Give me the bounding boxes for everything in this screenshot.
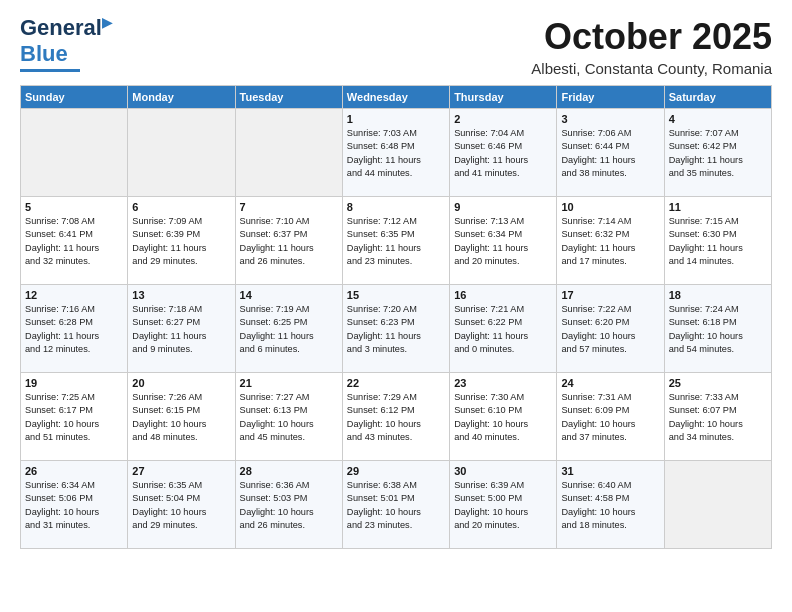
day-info: Sunrise: 7:31 AM Sunset: 6:09 PM Dayligh… xyxy=(561,391,659,444)
week-row-2: 5Sunrise: 7:08 AM Sunset: 6:41 PM Daylig… xyxy=(21,197,772,285)
calendar-cell: 10Sunrise: 7:14 AM Sunset: 6:32 PM Dayli… xyxy=(557,197,664,285)
week-row-1: 1Sunrise: 7:03 AM Sunset: 6:48 PM Daylig… xyxy=(21,109,772,197)
weekday-saturday: Saturday xyxy=(664,86,771,109)
day-info: Sunrise: 6:34 AM Sunset: 5:06 PM Dayligh… xyxy=(25,479,123,532)
day-info: Sunrise: 7:03 AM Sunset: 6:48 PM Dayligh… xyxy=(347,127,445,180)
day-info: Sunrise: 6:39 AM Sunset: 5:00 PM Dayligh… xyxy=(454,479,552,532)
day-info: Sunrise: 7:09 AM Sunset: 6:39 PM Dayligh… xyxy=(132,215,230,268)
calendar-cell: 12Sunrise: 7:16 AM Sunset: 6:28 PM Dayli… xyxy=(21,285,128,373)
calendar-cell: 27Sunrise: 6:35 AM Sunset: 5:04 PM Dayli… xyxy=(128,461,235,549)
calendar-cell: 15Sunrise: 7:20 AM Sunset: 6:23 PM Dayli… xyxy=(342,285,449,373)
weekday-friday: Friday xyxy=(557,86,664,109)
day-info: Sunrise: 7:14 AM Sunset: 6:32 PM Dayligh… xyxy=(561,215,659,268)
day-number: 14 xyxy=(240,289,338,301)
day-number: 16 xyxy=(454,289,552,301)
day-number: 4 xyxy=(669,113,767,125)
title-block: October 2025 Albesti, Constanta County, … xyxy=(531,16,772,77)
day-info: Sunrise: 7:19 AM Sunset: 6:25 PM Dayligh… xyxy=(240,303,338,356)
calendar-cell: 22Sunrise: 7:29 AM Sunset: 6:12 PM Dayli… xyxy=(342,373,449,461)
day-number: 11 xyxy=(669,201,767,213)
day-number: 28 xyxy=(240,465,338,477)
week-row-3: 12Sunrise: 7:16 AM Sunset: 6:28 PM Dayli… xyxy=(21,285,772,373)
day-number: 17 xyxy=(561,289,659,301)
day-info: Sunrise: 7:29 AM Sunset: 6:12 PM Dayligh… xyxy=(347,391,445,444)
day-number: 7 xyxy=(240,201,338,213)
day-number: 22 xyxy=(347,377,445,389)
day-number: 19 xyxy=(25,377,123,389)
day-info: Sunrise: 7:30 AM Sunset: 6:10 PM Dayligh… xyxy=(454,391,552,444)
logo: General▶ Blue xyxy=(20,16,112,72)
day-info: Sunrise: 7:27 AM Sunset: 6:13 PM Dayligh… xyxy=(240,391,338,444)
calendar-cell: 5Sunrise: 7:08 AM Sunset: 6:41 PM Daylig… xyxy=(21,197,128,285)
page-header: General▶ Blue October 2025 Albesti, Cons… xyxy=(20,16,772,77)
logo-underline xyxy=(20,69,80,72)
day-number: 29 xyxy=(347,465,445,477)
day-number: 25 xyxy=(669,377,767,389)
day-info: Sunrise: 7:08 AM Sunset: 6:41 PM Dayligh… xyxy=(25,215,123,268)
day-info: Sunrise: 7:18 AM Sunset: 6:27 PM Dayligh… xyxy=(132,303,230,356)
day-info: Sunrise: 7:22 AM Sunset: 6:20 PM Dayligh… xyxy=(561,303,659,356)
day-info: Sunrise: 7:13 AM Sunset: 6:34 PM Dayligh… xyxy=(454,215,552,268)
day-info: Sunrise: 6:38 AM Sunset: 5:01 PM Dayligh… xyxy=(347,479,445,532)
calendar-cell: 26Sunrise: 6:34 AM Sunset: 5:06 PM Dayli… xyxy=(21,461,128,549)
calendar-cell: 28Sunrise: 6:36 AM Sunset: 5:03 PM Dayli… xyxy=(235,461,342,549)
calendar-cell xyxy=(664,461,771,549)
day-number: 26 xyxy=(25,465,123,477)
weekday-wednesday: Wednesday xyxy=(342,86,449,109)
calendar-cell xyxy=(235,109,342,197)
calendar-cell: 2Sunrise: 7:04 AM Sunset: 6:46 PM Daylig… xyxy=(450,109,557,197)
day-info: Sunrise: 7:20 AM Sunset: 6:23 PM Dayligh… xyxy=(347,303,445,356)
calendar-cell: 17Sunrise: 7:22 AM Sunset: 6:20 PM Dayli… xyxy=(557,285,664,373)
day-number: 5 xyxy=(25,201,123,213)
day-info: Sunrise: 7:12 AM Sunset: 6:35 PM Dayligh… xyxy=(347,215,445,268)
weekday-sunday: Sunday xyxy=(21,86,128,109)
calendar-cell: 23Sunrise: 7:30 AM Sunset: 6:10 PM Dayli… xyxy=(450,373,557,461)
day-number: 8 xyxy=(347,201,445,213)
day-number: 18 xyxy=(669,289,767,301)
day-number: 27 xyxy=(132,465,230,477)
calendar-table: SundayMondayTuesdayWednesdayThursdayFrid… xyxy=(20,85,772,549)
calendar-cell: 9Sunrise: 7:13 AM Sunset: 6:34 PM Daylig… xyxy=(450,197,557,285)
day-number: 3 xyxy=(561,113,659,125)
day-info: Sunrise: 7:07 AM Sunset: 6:42 PM Dayligh… xyxy=(669,127,767,180)
day-info: Sunrise: 6:40 AM Sunset: 4:58 PM Dayligh… xyxy=(561,479,659,532)
day-number: 20 xyxy=(132,377,230,389)
day-info: Sunrise: 7:24 AM Sunset: 6:18 PM Dayligh… xyxy=(669,303,767,356)
calendar-cell: 24Sunrise: 7:31 AM Sunset: 6:09 PM Dayli… xyxy=(557,373,664,461)
day-info: Sunrise: 7:16 AM Sunset: 6:28 PM Dayligh… xyxy=(25,303,123,356)
day-number: 30 xyxy=(454,465,552,477)
weekday-tuesday: Tuesday xyxy=(235,86,342,109)
day-number: 6 xyxy=(132,201,230,213)
day-info: Sunrise: 7:06 AM Sunset: 6:44 PM Dayligh… xyxy=(561,127,659,180)
week-row-5: 26Sunrise: 6:34 AM Sunset: 5:06 PM Dayli… xyxy=(21,461,772,549)
calendar-cell: 3Sunrise: 7:06 AM Sunset: 6:44 PM Daylig… xyxy=(557,109,664,197)
weekday-thursday: Thursday xyxy=(450,86,557,109)
calendar-cell: 4Sunrise: 7:07 AM Sunset: 6:42 PM Daylig… xyxy=(664,109,771,197)
calendar-cell: 20Sunrise: 7:26 AM Sunset: 6:15 PM Dayli… xyxy=(128,373,235,461)
day-info: Sunrise: 7:04 AM Sunset: 6:46 PM Dayligh… xyxy=(454,127,552,180)
calendar-cell: 6Sunrise: 7:09 AM Sunset: 6:39 PM Daylig… xyxy=(128,197,235,285)
calendar-cell: 21Sunrise: 7:27 AM Sunset: 6:13 PM Dayli… xyxy=(235,373,342,461)
day-number: 23 xyxy=(454,377,552,389)
day-info: Sunrise: 6:35 AM Sunset: 5:04 PM Dayligh… xyxy=(132,479,230,532)
calendar-cell: 25Sunrise: 7:33 AM Sunset: 6:07 PM Dayli… xyxy=(664,373,771,461)
calendar-cell: 1Sunrise: 7:03 AM Sunset: 6:48 PM Daylig… xyxy=(342,109,449,197)
calendar-cell: 16Sunrise: 7:21 AM Sunset: 6:22 PM Dayli… xyxy=(450,285,557,373)
calendar-cell xyxy=(21,109,128,197)
logo-text: General▶ xyxy=(20,16,112,41)
day-number: 13 xyxy=(132,289,230,301)
calendar-cell: 13Sunrise: 7:18 AM Sunset: 6:27 PM Dayli… xyxy=(128,285,235,373)
day-info: Sunrise: 6:36 AM Sunset: 5:03 PM Dayligh… xyxy=(240,479,338,532)
day-number: 24 xyxy=(561,377,659,389)
weekday-monday: Monday xyxy=(128,86,235,109)
day-info: Sunrise: 7:10 AM Sunset: 6:37 PM Dayligh… xyxy=(240,215,338,268)
calendar-cell: 8Sunrise: 7:12 AM Sunset: 6:35 PM Daylig… xyxy=(342,197,449,285)
day-info: Sunrise: 7:21 AM Sunset: 6:22 PM Dayligh… xyxy=(454,303,552,356)
day-info: Sunrise: 7:15 AM Sunset: 6:30 PM Dayligh… xyxy=(669,215,767,268)
day-number: 9 xyxy=(454,201,552,213)
day-number: 12 xyxy=(25,289,123,301)
day-info: Sunrise: 7:25 AM Sunset: 6:17 PM Dayligh… xyxy=(25,391,123,444)
day-number: 10 xyxy=(561,201,659,213)
week-row-4: 19Sunrise: 7:25 AM Sunset: 6:17 PM Dayli… xyxy=(21,373,772,461)
logo-blue: Blue xyxy=(20,41,68,67)
